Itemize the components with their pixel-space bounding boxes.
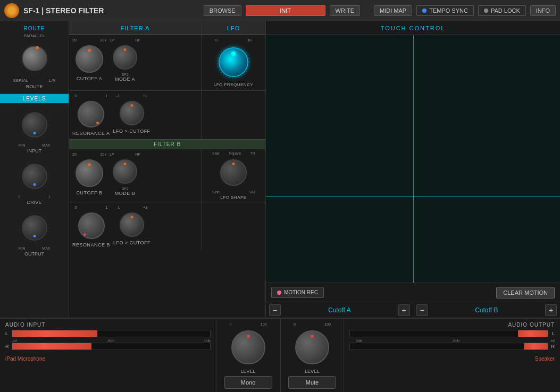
lfo-bottom-placeholder [202, 91, 265, 139]
input-r-meter: R [5, 343, 211, 350]
input-r-bar [12, 343, 211, 350]
res-a-max: 1 [105, 94, 107, 98]
input-level-knob[interactable] [231, 330, 265, 364]
cutoff-a-display: Cutoff A [283, 306, 396, 314]
input-r-label: R [5, 344, 10, 349]
input-r-fill [12, 343, 91, 350]
out-neg-6db: -6db [452, 339, 459, 343]
filter-b-top: 20 20k CUTOFF B [69, 149, 202, 202]
resonance-b-label: RESONANCE B [72, 242, 110, 248]
input-level-section: 0 100 LEVEL Mono [216, 319, 280, 392]
touch-panel: TOUCH CONTROL MOTION REC CLEAR MOTION − … [266, 21, 560, 318]
speaker-label: Speaker [535, 356, 555, 362]
preset-name-button[interactable]: INIT [246, 5, 325, 16]
lfo-shape-knob[interactable] [220, 159, 247, 186]
mode-b-wrap: LP HP BP2 MODE B [110, 152, 140, 199]
drive-max: 1 [48, 195, 51, 199]
filter-a-lfo-row: 20 20k CUTOFF A [69, 35, 265, 90]
route-text-label: ROUTE [26, 84, 43, 89]
output-r-meter: R [349, 343, 555, 350]
route-knob[interactable] [22, 46, 47, 71]
output-min: MIN [19, 246, 26, 250]
output-device-name: Speaker [349, 353, 555, 363]
motion-rec-dot [277, 291, 281, 295]
filter-b-header: FILTER B [69, 139, 265, 149]
write-button[interactable]: WRITE [330, 5, 360, 16]
input-0db: 0db [204, 339, 211, 343]
in-level-min: 0 [230, 322, 232, 326]
cutoff-b-label: CUTOFF B [77, 190, 103, 195]
out-level-max: 100 [324, 322, 331, 326]
input-device-name: iPad Microphone [5, 353, 211, 363]
touch-area[interactable] [266, 35, 560, 283]
info-button[interactable]: INFO [530, 5, 556, 16]
output-l-label: L [550, 331, 555, 336]
output-l-meter: L [349, 330, 555, 337]
lfo-a-min: -1 [116, 94, 120, 98]
input-knob[interactable] [22, 112, 47, 138]
mode-b-knob[interactable] [113, 159, 137, 184]
cutoff-b-max: 20k [101, 152, 106, 156]
pad-lock-button[interactable]: PAD LOCK [478, 5, 526, 16]
app-title: SF-1 | STEREO FILTER [23, 6, 104, 15]
cutoff-b-wrap: 20 20k CUTOFF B [72, 152, 106, 199]
route-section: ROUTE PARALLEL SERIAL L/R ROUTE [0, 21, 69, 94]
shape-tri: Tri [250, 151, 255, 155]
resonance-b-knob[interactable] [78, 212, 105, 239]
out-level-min: 0 [294, 322, 296, 326]
input-label: INPUT [27, 148, 41, 154]
output-knob[interactable] [22, 215, 47, 241]
output-r-label: R [550, 344, 555, 349]
output-r-bar [349, 343, 548, 350]
lfo-a-max: +1 [143, 94, 147, 98]
browse-button[interactable]: BROWSE [204, 5, 241, 16]
resonance-b-wrap: 0 1 RESONANCE B [72, 206, 110, 248]
mode-bp2: BP2 [121, 73, 128, 76]
shape-saw: Saw [212, 151, 220, 155]
output-l-fill [518, 330, 548, 337]
lr-label: L/R [49, 78, 55, 83]
in-level-max: 100 [261, 322, 267, 326]
cutoff-a-minus-button[interactable]: − [269, 304, 281, 316]
clear-motion-button[interactable]: CLEAR MOTION [496, 287, 555, 299]
cutoff-b-display: Cutoff B [430, 306, 544, 314]
cutoff-b-knob[interactable] [76, 159, 103, 187]
input-max-label: MAX [42, 143, 50, 147]
serial-label: SERIAL [13, 78, 28, 83]
touch-title: TOUCH CONTROL [381, 25, 446, 31]
touch-header: TOUCH CONTROL [266, 21, 560, 35]
tempo-sync-button[interactable]: TEMPO SYNC [416, 5, 474, 16]
drive-knob[interactable] [22, 164, 47, 189]
cutoff-b-minus-button[interactable]: − [416, 304, 428, 316]
audio-output-title: AUDIO OUTPUT [349, 322, 555, 328]
main-area: ROUTE PARALLEL SERIAL L/R ROUTE LEVELS [0, 21, 560, 318]
lfo-cutoff-b-knob[interactable] [120, 212, 144, 237]
cutoff-a-plus-button[interactable]: + [398, 304, 410, 316]
input-level-label: LEVEL [240, 369, 255, 374]
midi-map-button[interactable]: MIDI MAP [374, 5, 412, 16]
cutoff-b-plus-button[interactable]: + [545, 304, 557, 316]
cutoff-max: 20k [101, 38, 106, 42]
resonance-a-knob[interactable] [78, 101, 104, 127]
levels-button[interactable]: LEVELS [0, 94, 69, 103]
lfo-freq-min: 0 [215, 38, 218, 42]
output-level-knob[interactable] [295, 330, 329, 364]
filter-a-top: 20 20k CUTOFF A [69, 35, 202, 90]
mute-button[interactable]: Mute [288, 376, 336, 389]
lfo-cutoff-a-knob[interactable] [120, 101, 144, 125]
lfo-top: 0 10 LFO FREQUENCY [202, 35, 265, 90]
lfo-cutoff-b-label: LFO > CUTOFF [113, 240, 151, 245]
mono-button[interactable]: Mono [224, 376, 272, 389]
lfo-header: LFO [202, 21, 265, 35]
resonance-a-wrap: 0 1 RESONANCE A [72, 94, 110, 136]
cutoff-a-knob[interactable] [76, 45, 103, 73]
mode-a-knob[interactable] [113, 45, 137, 70]
drive-label: DRIVE [27, 200, 42, 205]
lfo-frequency-knob[interactable] [219, 47, 248, 77]
motion-rec-button[interactable]: MOTION REC [271, 287, 324, 298]
cutoff-b-min: 20 [72, 152, 77, 156]
filter-a-header: FILTER A [69, 21, 202, 35]
pad-lock-dot [484, 8, 488, 13]
app-logo [4, 3, 19, 18]
lfo-frequency-label: LFO FREQUENCY [214, 82, 254, 87]
